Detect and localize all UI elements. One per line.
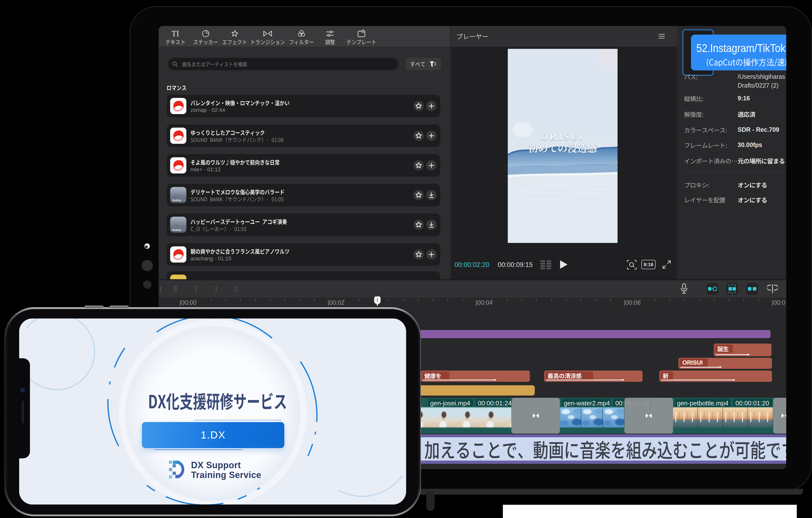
- svg-text:Healing: Healing: [172, 229, 181, 232]
- svg-text:Healing: Healing: [172, 199, 181, 202]
